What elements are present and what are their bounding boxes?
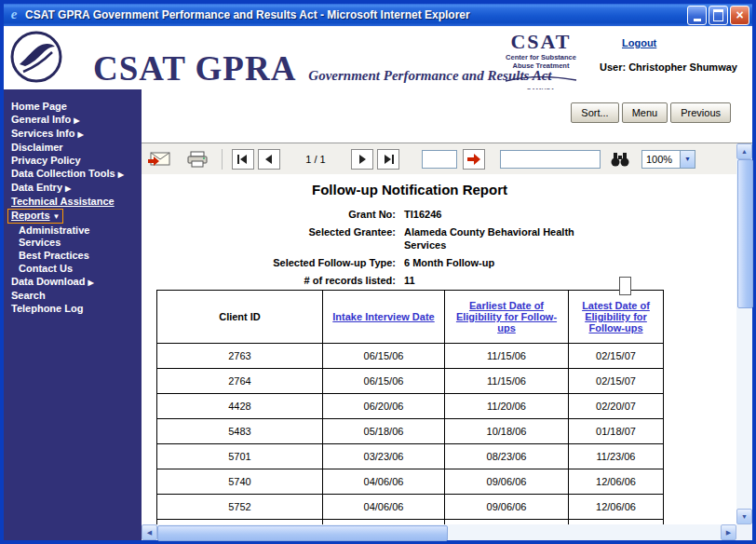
goto-page-red-arrow-icon xyxy=(467,154,480,165)
csat-logo-line2: Abuse Treatment xyxy=(501,61,581,70)
table-cell: 06/15/06 xyxy=(323,369,445,394)
table-cell: 02/20/07 xyxy=(569,394,664,419)
sidebar-item-label: Best Practices xyxy=(19,250,89,261)
close-icon: × xyxy=(736,8,743,21)
page-body: Home PageGeneral Info▶Services Info▶Disc… xyxy=(4,89,752,540)
sidebar-item-technical-assistance[interactable]: Technical Assistance xyxy=(11,196,142,208)
table-cell: 09/06/06 xyxy=(445,495,569,520)
menu-button[interactable]: Menu xyxy=(622,102,668,123)
column-header-intake-interview-date[interactable]: Intake Interview Date xyxy=(323,291,445,344)
scroll-down-button[interactable]: ▼ xyxy=(736,509,752,524)
field-row: Grant No: TI16246 xyxy=(156,208,663,221)
scroll-right-button[interactable]: ▶ xyxy=(721,524,736,540)
table-cell: 11/23/06 xyxy=(569,444,664,469)
sidebar-item-contact-us[interactable]: Contact Us xyxy=(19,263,115,275)
sidebar-item-wrap: Contact Us xyxy=(19,263,73,274)
sidebar: Home PageGeneral Info▶Services Info▶Disc… xyxy=(4,89,142,540)
sidebar-item-data-download[interactable]: Data Download▶ xyxy=(11,276,142,289)
table-cell: 09/06/06 xyxy=(445,469,569,495)
sidebar-item-label: Data Entry xyxy=(11,182,62,193)
minimize-button[interactable] xyxy=(687,6,707,25)
column-header-latest-eligibility-date[interactable]: Latest Date of Eligibility for Follow-up… xyxy=(569,291,664,344)
action-buttons: Sort... Menu Previous xyxy=(571,102,731,123)
export-envelope-icon xyxy=(147,151,171,168)
scroll-left-button[interactable]: ◀ xyxy=(142,524,157,540)
sidebar-item-label: Reports xyxy=(11,210,50,221)
goto-page-button[interactable] xyxy=(463,149,485,170)
vertical-scrollbar[interactable]: ▲ ▼ xyxy=(736,143,752,524)
sidebar-item-general-info[interactable]: General Info▶ xyxy=(11,114,142,127)
previous-button[interactable]: Previous xyxy=(670,102,731,123)
sort-button[interactable]: Sort... xyxy=(571,102,618,123)
print-button[interactable] xyxy=(186,149,209,170)
next-page-button[interactable] xyxy=(351,149,373,170)
field-value: 6 Month Follow-up xyxy=(404,256,604,269)
sidebar-item-telephone-log[interactable]: Telephone Log xyxy=(11,303,142,315)
report-viewer: 1 / 1 xyxy=(142,143,752,540)
sidebar-item-wrap: Administrative Services xyxy=(19,224,89,248)
logout-link[interactable]: Logout xyxy=(622,37,656,48)
first-page-button[interactable] xyxy=(232,149,254,170)
table-cell: 06/20/06 xyxy=(323,394,445,419)
sidebar-item-administrative-services[interactable]: Administrative Services xyxy=(19,224,115,249)
table-header-row: Client ID Intake Interview Date Earliest… xyxy=(157,291,664,344)
field-value: 11 xyxy=(404,274,604,287)
main-content: Sort... Menu Previous xyxy=(142,89,752,540)
table-row: 442806/20/0611/20/0602/20/07 xyxy=(157,394,664,419)
table-cell: 11/20/06 xyxy=(445,394,569,419)
close-button[interactable]: × xyxy=(730,6,749,25)
sidebar-item-wrap: Home Page xyxy=(11,101,67,112)
sidebar-item-disclaimer[interactable]: Disclaimer xyxy=(11,142,142,154)
report-table-body: 276306/15/0611/15/0602/15/07276406/15/06… xyxy=(157,344,664,525)
column-header-earliest-eligibility-date[interactable]: Earliest Date of Eligibility for Follow-… xyxy=(445,291,569,344)
find-button[interactable] xyxy=(610,149,630,170)
sidebar-item-label: Technical Assistance xyxy=(11,196,115,207)
sidebar-item-wrap: Reports▼ xyxy=(7,209,63,224)
sidebar-item-services-info[interactable]: Services Info▶ xyxy=(11,128,142,141)
last-page-button[interactable] xyxy=(377,149,399,170)
text-cursor-artifact xyxy=(619,277,631,295)
chevron-right-icon: ▶ xyxy=(118,170,124,179)
goto-page-input[interactable] xyxy=(422,150,457,169)
sidebar-item-label: Privacy Policy xyxy=(11,155,81,166)
table-cell: 5483 xyxy=(157,419,323,444)
minimize-icon xyxy=(694,19,701,21)
field-label: Grant No: xyxy=(156,208,396,221)
scroll-up-button[interactable]: ▲ xyxy=(736,143,752,159)
vertical-scroll-thumb[interactable] xyxy=(737,159,753,308)
sidebar-item-data-collection-tools[interactable]: Data Collection Tools▶ xyxy=(11,168,142,181)
sidebar-item-wrap: Best Practices xyxy=(19,250,89,261)
sidebar-item-privacy-policy[interactable]: Privacy Policy xyxy=(11,155,142,167)
sidebar-item-wrap: Services Info▶ xyxy=(11,128,84,139)
sidebar-item-home-page[interactable]: Home Page xyxy=(11,101,142,113)
prev-page-button[interactable] xyxy=(258,149,280,170)
sidebar-item-search[interactable]: Search xyxy=(11,290,142,302)
window-title: CSAT GPRA Government Performance and Res… xyxy=(25,8,685,21)
printer-icon xyxy=(186,151,209,168)
search-text-input[interactable] xyxy=(500,150,601,169)
arrow-right-icon: ▶ xyxy=(726,529,731,536)
sidebar-item-best-practices[interactable]: Best Practices xyxy=(19,250,115,262)
table-row: 276306/15/0611/15/0602/15/07 xyxy=(157,344,664,369)
table-cell: 5740 xyxy=(157,469,323,495)
table-row: 548305/18/0610/18/0601/18/07 xyxy=(157,419,664,444)
export-button[interactable] xyxy=(147,149,171,170)
sidebar-item-wrap: Disclaimer xyxy=(11,142,63,153)
horizontal-scrollbar[interactable]: ◀ ▶ xyxy=(142,524,736,540)
field-label: Selected Grantee: xyxy=(156,225,396,252)
sidebar-item-wrap: Data Collection Tools▶ xyxy=(11,168,124,179)
zoom-select[interactable]: 100% ▼ xyxy=(641,150,695,169)
chevron-right-icon: ▶ xyxy=(74,116,79,125)
maximize-button[interactable] xyxy=(709,6,728,25)
sidebar-item-label: Data Download xyxy=(11,276,85,287)
sidebar-item-reports[interactable]: Reports▼ xyxy=(11,209,142,224)
column-header-client-id: Client ID xyxy=(157,291,323,344)
chevron-right-icon: ▶ xyxy=(65,184,71,193)
sidebar-item-data-entry[interactable]: Data Entry▶ xyxy=(11,182,142,195)
first-page-icon xyxy=(237,155,249,164)
csat-samhsa-logo: CSAT Center for Substance Abuse Treatmen… xyxy=(501,31,581,95)
sidebar-item-label: Data Collection Tools xyxy=(11,168,115,179)
field-value: Alameda County Behavioral Health Service… xyxy=(404,225,604,252)
site-header: CSAT GPRA Government Performance and Res… xyxy=(4,26,752,90)
horizontal-scroll-thumb[interactable] xyxy=(157,525,448,541)
